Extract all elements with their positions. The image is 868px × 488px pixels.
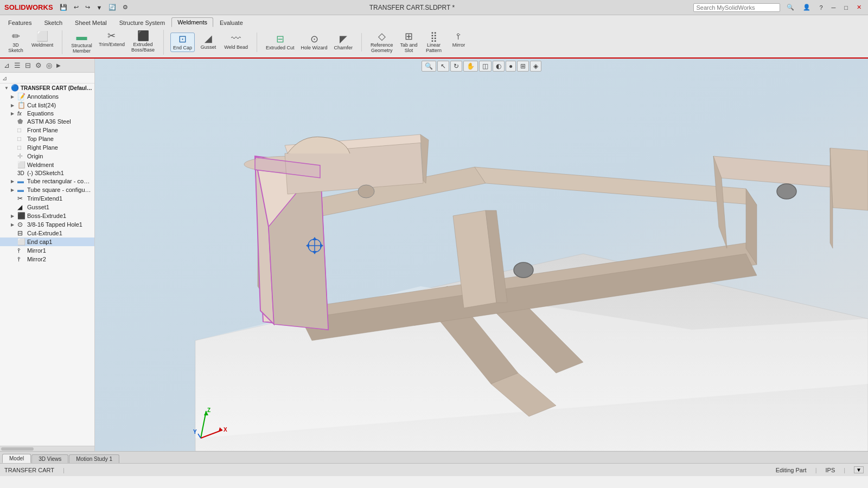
ribbon-ref-geometry[interactable]: ◇ ReferenceGeometry xyxy=(368,30,395,54)
help-button[interactable]: ? xyxy=(817,3,825,12)
tree-item-origin[interactable]: ✛ Origin xyxy=(0,152,94,160)
tab-structure-system[interactable]: Structure System xyxy=(113,18,171,27)
tab-evaluate[interactable]: Evaluate xyxy=(214,18,249,27)
panel-arrow[interactable]: ▶ xyxy=(55,61,62,69)
tree-item-front-plane[interactable]: □ Front Plane xyxy=(0,126,94,134)
tree-item-mirror2[interactable]: ⫯ Mirror2 xyxy=(0,255,94,264)
tree-item-weldment[interactable]: ⬜ Weldment xyxy=(0,160,94,169)
filter-button[interactable]: ⊿ xyxy=(2,60,11,70)
chamfer-label: Chamfer xyxy=(334,45,353,50)
minimize-button[interactable]: ─ xyxy=(829,3,838,12)
tree-item-mirror1[interactable]: ⫯ Mirror1 xyxy=(0,246,94,255)
viewport-toolbar: 🔍 ↖ ↻ ✋ ◫ ◐ ● ⊞ ◈ xyxy=(95,61,868,72)
ribbon-chamfer[interactable]: ◤ Chamfer xyxy=(332,33,355,52)
eye-button[interactable]: ◎ xyxy=(44,60,54,70)
tree-root[interactable]: ▼ 🔵 TRANSFER CART (Default<As Machi xyxy=(0,84,94,92)
gusset-label: Gusset xyxy=(201,44,216,50)
panel-scrollbar[interactable] xyxy=(0,446,94,451)
tree-item-top-plane[interactable]: □ Top Plane xyxy=(0,134,94,143)
tree-item-tube-rect[interactable]: ▶ ▬ Tube rectangular - configured TR xyxy=(0,177,94,185)
tree-item-tapped-hole[interactable]: ▶ ⊙ 3/8-16 Tapped Hole1 xyxy=(0,220,94,229)
tab-sheet-metal[interactable]: Sheet Metal xyxy=(69,18,113,27)
config-button[interactable]: ⚙ xyxy=(34,60,43,70)
structural-member-label: StructuralMember xyxy=(71,43,92,54)
user-button[interactable]: 👤 xyxy=(801,3,813,12)
tree-item-boss-extrude1[interactable]: ▶ ⬛ Boss-Extrude1 xyxy=(0,211,94,220)
ribbon-structural-member[interactable]: ▬ StructuralMember xyxy=(69,30,94,55)
pan-button[interactable]: ✋ xyxy=(463,61,478,72)
tab-motion-study[interactable]: Motion Study 1 xyxy=(69,454,119,463)
maximize-button[interactable]: □ xyxy=(842,3,850,12)
zoom-fit-button[interactable]: 🔍 xyxy=(422,61,436,72)
select-button[interactable]: ↖ xyxy=(437,61,449,72)
tree-item-cut-list[interactable]: ▶ 📋 Cut list(24) xyxy=(0,101,94,110)
units-down-button[interactable]: ▼ xyxy=(854,466,864,473)
appearance-button[interactable]: ● xyxy=(506,61,516,72)
tree-root-icon: 🔵 xyxy=(11,84,20,92)
ribbon-trim-extend[interactable]: ✂ Trim/Extend xyxy=(97,30,127,48)
ribbon-weld-bead[interactable]: 〰 Weld Bead xyxy=(222,33,250,51)
save-button[interactable]: 💾 xyxy=(58,3,69,12)
end-cap1-label: End cap1 xyxy=(27,239,52,245)
tree-item-cut-extrude1[interactable]: ⊟ Cut-Extrude1 xyxy=(0,229,94,237)
options-button[interactable]: ▼ xyxy=(94,3,105,12)
list-view-button[interactable]: ☰ xyxy=(12,60,22,70)
tab-sketch[interactable]: Sketch xyxy=(38,18,68,27)
cut-extrude1-icon: ⊟ xyxy=(17,229,26,237)
ribbon-tab-slot[interactable]: ⊞ Tab andSlot xyxy=(398,30,420,54)
redo-button[interactable]: ↪ xyxy=(83,3,92,12)
extruded-boss-icon: ⬛ xyxy=(137,31,149,41)
tree-item-equations[interactable]: ▶ fx Equations xyxy=(0,110,94,117)
ribbon-weldment[interactable]: ⬜ Weldment xyxy=(29,30,55,49)
close-window-button[interactable]: ✕ xyxy=(854,3,864,12)
annotations-expand: ▶ xyxy=(11,94,17,99)
tree-item-tube-square[interactable]: ▶ ▬ Tube square - configured TS2X2X xyxy=(0,185,94,194)
ref-geometry-icon: ◇ xyxy=(378,31,386,41)
tree-item-right-plane[interactable]: □ Right Plane xyxy=(0,143,94,152)
search-input[interactable] xyxy=(693,3,780,12)
search-button[interactable]: 🔍 xyxy=(784,3,796,12)
right-plane-expand xyxy=(11,145,17,150)
view-orient-button[interactable]: ⊞ xyxy=(517,61,529,72)
ribbon-mirror[interactable]: ⫯ Mirror xyxy=(448,30,470,49)
settings-button[interactable]: ⚙ xyxy=(120,3,130,12)
tree-item-3dsketch[interactable]: 3D (-) 3DSketch1 xyxy=(0,169,94,177)
ribbon-extruded-boss[interactable]: ⬛ ExtrudedBoss/Base xyxy=(129,30,157,54)
rotate-button[interactable]: ↻ xyxy=(450,61,462,72)
statusbar: TRANSFER CART | Editing Part | IPS | ▼ xyxy=(0,463,868,476)
tab-model[interactable]: Model xyxy=(2,454,31,463)
section-view-button[interactable]: ◈ xyxy=(530,61,541,72)
window-controls: 🔍 👤 ? ─ □ ✕ xyxy=(693,3,864,12)
window-title: TRANSFER CART.SLDPRT * xyxy=(130,4,693,11)
trim-extend-icon: ✂ xyxy=(107,31,116,41)
tree-item-annotations[interactable]: ▶ 📝 Annotations xyxy=(0,92,94,101)
chamfer-icon: ◤ xyxy=(340,34,347,44)
mirror2-label: Mirror2 xyxy=(27,256,46,262)
tree-item-material[interactable]: ⬟ ASTM A36 Steel xyxy=(0,117,94,126)
display-style-button[interactable]: ◫ xyxy=(479,61,492,72)
ribbon-content: ✏ 3DSketch ⬜ Weldment ▬ StructuralMember… xyxy=(0,27,868,57)
rebuild-button[interactable]: 🔄 xyxy=(106,3,118,12)
3dsketch-icon: 3D xyxy=(17,170,26,176)
ribbon-hole-wizard[interactable]: ⊙ Hole Wizard xyxy=(299,33,330,52)
ribbon-end-cap[interactable]: ⊡ End Cap xyxy=(170,33,195,52)
mirror1-label: Mirror1 xyxy=(27,247,46,254)
front-plane-icon: □ xyxy=(17,126,26,134)
tab-3d-views[interactable]: 3D Views xyxy=(31,454,68,463)
ribbon-linear-pattern[interactable]: ⣿ LinearPattern xyxy=(423,30,445,54)
trim-extend-label: Trim/Extend xyxy=(99,42,125,47)
tree-item-end-cap1[interactable]: ⬜ End cap1 xyxy=(0,237,94,246)
flat-view-button[interactable]: ⊟ xyxy=(23,60,33,70)
ribbon-extruded-cut[interactable]: ⊟ Extruded Cut xyxy=(264,33,297,52)
undo-button[interactable]: ↩ xyxy=(72,3,81,12)
viewport[interactable]: 🔍 ↖ ↻ ✋ ◫ ◐ ● ⊞ ◈ xyxy=(95,59,868,451)
tab-features[interactable]: Features xyxy=(2,18,37,27)
ribbon-3d-sketch[interactable]: ✏ 3DSketch xyxy=(4,30,27,54)
ribbon-gusset[interactable]: ◢ Gusset xyxy=(197,33,220,51)
hide-show-button[interactable]: ◐ xyxy=(493,61,505,72)
tree-item-gusset1[interactable]: ◢ Gusset1 xyxy=(0,203,94,211)
tree-item-trim-extend[interactable]: ✂ Trim/Extend1 xyxy=(0,194,94,203)
front-plane-expand xyxy=(11,128,17,133)
tab-weldments[interactable]: Weldments xyxy=(171,17,213,27)
mirror1-icon: ⫯ xyxy=(17,247,26,254)
